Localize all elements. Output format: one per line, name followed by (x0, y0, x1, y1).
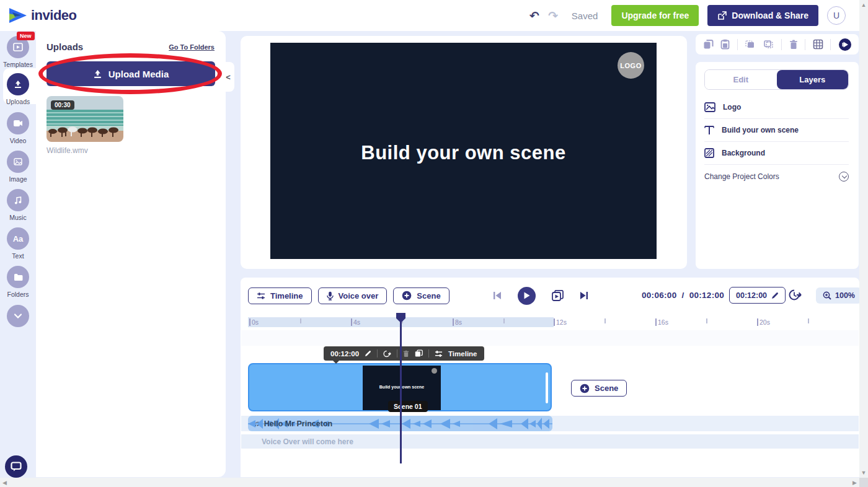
ruler-tick-label: 16s (658, 318, 668, 326)
timeline-ruler[interactable]: 0s 4s 8s 12s 16s 20s (241, 317, 859, 327)
layer-row-logo[interactable]: Logo (704, 96, 849, 119)
canvas-logo-placeholder[interactable]: LOGO (618, 52, 644, 79)
send-backward-icon[interactable] (763, 40, 774, 50)
music-clip-name: Hello Mr Princeton (264, 419, 332, 428)
copy-icon[interactable] (703, 39, 714, 50)
skip-to-start-icon[interactable] (493, 291, 502, 300)
bring-forward-icon[interactable] (745, 40, 756, 50)
playback-time: 00:06:00 / 00:12:00 (642, 291, 724, 300)
upgrade-button[interactable]: Upgrade for free (611, 5, 699, 26)
skip-to-end-icon[interactable] (580, 291, 588, 300)
delete-scene-icon[interactable] (403, 350, 409, 358)
sidebar-item-video[interactable]: Video (0, 112, 36, 144)
undo-icon[interactable]: ↶ (529, 9, 539, 23)
ruler-tick-label: 12s (556, 318, 567, 326)
duration-history-icon[interactable] (789, 289, 802, 304)
chevron-down-icon (7, 305, 29, 327)
expand-chevron-icon (839, 172, 849, 182)
scene-resize-handle[interactable] (546, 372, 548, 403)
sidebar-more-button[interactable] (0, 305, 36, 327)
sidebar-item-uploads[interactable]: Uploads (0, 73, 36, 105)
grid-layout-icon[interactable] (813, 39, 823, 50)
pencil-icon[interactable] (365, 350, 371, 357)
ruler-tick-label: 4s (353, 318, 360, 326)
tab-layers[interactable]: Layers (777, 70, 849, 89)
preview-card: Build your own scene LOGO (241, 36, 687, 269)
add-scene-button[interactable]: Scene (571, 380, 627, 397)
chat-support-button[interactable] (5, 455, 27, 478)
new-badge: New (17, 32, 35, 40)
upload-media-button[interactable]: Upload Media (46, 61, 215, 86)
preview-all-icon[interactable] (552, 290, 564, 301)
voice-over-placeholder: Voice Over will come here (262, 437, 353, 446)
go-to-folders-link[interactable]: Go To Folders (169, 43, 215, 51)
vertical-scrollbar[interactable]: ▲ ▼ (859, 0, 868, 478)
sidebar-item-image[interactable]: Image (0, 151, 36, 183)
music-icon (7, 189, 29, 211)
media-thumbnail-wildlife[interactable]: 00:30 (46, 96, 123, 142)
left-nav-rail: New Templates Uploads Video Image (0, 31, 36, 477)
zoom-level-button[interactable]: 100% (816, 287, 862, 304)
scene-context-toolbar: 00:12:00 Timeline (324, 346, 484, 361)
playhead[interactable] (400, 313, 402, 463)
play-icon (523, 292, 530, 299)
media-filename: Wildlife.wmv (46, 146, 88, 155)
brand-wordmark: invideo (31, 7, 77, 24)
paste-icon[interactable] (720, 39, 730, 50)
scene-button[interactable]: Scene (393, 287, 449, 304)
invideo-logo-icon (9, 7, 27, 24)
export-icon (717, 11, 727, 20)
change-project-colors[interactable]: Change Project Colors (704, 165, 849, 188)
context-timeline-label[interactable]: Timeline (448, 350, 477, 358)
sidebar-item-templates[interactable]: New Templates (0, 36, 36, 68)
voice-over-button[interactable]: Voice over (318, 287, 388, 304)
scroll-right-arrow[interactable]: ▶ (850, 478, 859, 487)
background-layer-icon (704, 148, 714, 158)
scroll-up-arrow[interactable]: ▲ (859, 0, 868, 10)
divider (737, 39, 738, 50)
layer-row-background[interactable]: Background (704, 142, 849, 165)
tab-edit[interactable]: Edit (705, 70, 777, 89)
present-play-icon[interactable] (838, 38, 852, 51)
scroll-down-arrow[interactable]: ▼ (859, 468, 868, 478)
download-share-button[interactable]: Download & Share (707, 5, 818, 26)
delete-icon[interactable] (789, 40, 798, 50)
timeline-button[interactable]: Timeline (248, 287, 312, 304)
zoom-in-icon (823, 291, 831, 300)
video-icon (7, 112, 29, 134)
ruler-tick-label: 0s (252, 318, 259, 326)
uploads-panel-title: Uploads (46, 42, 83, 52)
scroll-left-arrow[interactable]: ◀ (0, 478, 9, 487)
upload-icon (7, 73, 29, 95)
pencil-icon (771, 292, 779, 299)
sidebar-item-folders[interactable]: Folders (0, 266, 36, 298)
duplicate-scene-icon[interactable] (415, 349, 423, 358)
timeline-toolbar: Timeline Voice over Scene 00:06:00 / 00:… (248, 287, 852, 304)
layer-row-text[interactable]: Build your own scene (704, 119, 849, 142)
redo-icon[interactable]: ↷ (548, 9, 558, 23)
voice-over-track[interactable]: Voice Over will come here (241, 434, 859, 449)
saved-status: Saved (572, 11, 598, 21)
collapse-panel-button[interactable]: < (222, 62, 234, 92)
sliders-icon (257, 292, 265, 300)
sidebar-item-text[interactable]: Aa Text (0, 227, 36, 260)
invideo-editor: invideo ↶ ↷ Saved Upgrade for free Downl… (0, 0, 868, 487)
image-layer-icon (704, 102, 715, 112)
divider (781, 39, 782, 50)
horizontal-scrollbar[interactable]: ◀ ▶ (0, 478, 859, 487)
invideo-logo[interactable]: invideo (9, 7, 77, 24)
inspector-card: Edit Layers Logo Build your own scene Ba… (696, 62, 859, 269)
plus-circle-icon (402, 291, 412, 301)
reset-duration-icon[interactable] (383, 350, 391, 358)
chat-bubble-icon (11, 462, 22, 472)
project-duration-button[interactable]: 00:12:00 (729, 287, 786, 304)
sliders-icon[interactable] (435, 350, 443, 358)
video-canvas[interactable]: Build your own scene LOGO (270, 43, 657, 259)
object-tools-bar (696, 34, 859, 55)
play-button[interactable] (518, 287, 536, 305)
divider (805, 39, 805, 50)
folders-icon (7, 266, 29, 288)
canvas-headline-text[interactable]: Build your own scene (270, 142, 657, 164)
sidebar-item-music[interactable]: Music (0, 189, 36, 221)
user-avatar[interactable]: U (827, 6, 846, 25)
